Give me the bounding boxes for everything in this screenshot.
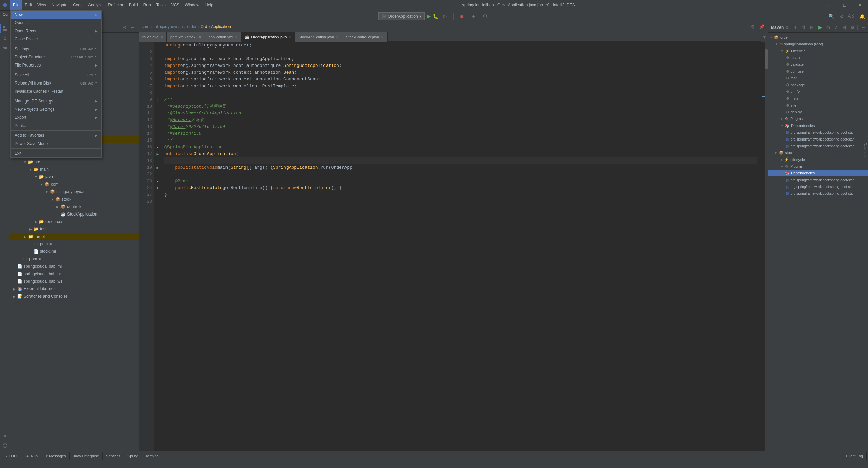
- maven-add-btn[interactable]: +: [792, 24, 799, 31]
- breadcrumb-tuling[interactable]: tulingxuyueyuan: [154, 24, 183, 29]
- settings-btn[interactable]: ⚙: [837, 12, 846, 21]
- run-button[interactable]: ▶: [427, 13, 431, 19]
- tree-node-stock-com[interactable]: ▼ 📦 com: [10, 181, 139, 188]
- gutter-19-run[interactable]: ▶: [154, 164, 161, 171]
- tree-node-stock-java[interactable]: ▼ 📂 java: [10, 173, 139, 181]
- menu-item-new[interactable]: New ▶: [11, 11, 101, 19]
- menu-window[interactable]: Window: [182, 0, 202, 10]
- menu-navigate[interactable]: Navigate: [49, 0, 70, 10]
- tree-node-scratches[interactable]: ▶ 📝 Scratches and Consoles: [10, 293, 139, 300]
- tab-stock-application-close[interactable]: ✕: [336, 35, 339, 39]
- maven-node-plugins-2[interactable]: ▶ 🔌 Plugins: [768, 163, 868, 170]
- sidebar-icon-structure[interactable]: [0, 44, 10, 54]
- rebuild-button[interactable]: [469, 12, 478, 21]
- menu-item-exit[interactable]: Exit: [11, 149, 101, 157]
- tree-node-root-pom[interactable]: m pom.xml: [10, 255, 139, 263]
- tab-event-log[interactable]: Event Log: [843, 452, 867, 460]
- sidebar-label-database[interactable]: Database: [863, 141, 868, 160]
- tree-node-external-libs[interactable]: ▶ 📚 External Libraries: [10, 285, 139, 293]
- tab-terminal[interactable]: Terminal: [142, 452, 163, 460]
- maven-threading-btn[interactable]: ⇶: [841, 24, 848, 31]
- maven-jump-btn[interactable]: ↗: [832, 24, 840, 31]
- maven-link-btn[interactable]: ⇅: [800, 24, 807, 31]
- menu-item-project-structure[interactable]: Project Structure... Ctrl+Alt+Shift+S: [11, 53, 101, 61]
- translate-btn[interactable]: A文: [847, 12, 856, 21]
- tab-dropdown-btn[interactable]: ▾: [761, 32, 768, 42]
- tab-application-yml[interactable]: application.yml ✕: [205, 32, 242, 42]
- maven-node-clean[interactable]: ⚙ clean: [768, 54, 868, 61]
- tree-node-stock-resources[interactable]: ▶ 📂 resources: [10, 218, 139, 225]
- maven-node-dep-2a[interactable]: ▤ org.springframework.boot:spring-boot-s…: [768, 176, 868, 183]
- maven-node-install[interactable]: ⚙ install: [768, 95, 868, 102]
- maven-node-stock[interactable]: ▶ 📦 stock: [768, 149, 868, 156]
- minimize-button[interactable]: ─: [821, 0, 837, 10]
- maven-node-root[interactable]: ▼ m springcloudalibab (root): [768, 41, 868, 48]
- tree-node-springcloudalibab-iws[interactable]: 📄 springcloudalibab.iws: [10, 278, 139, 285]
- sidebar-icon-commit[interactable]: [0, 34, 10, 43]
- maximize-button[interactable]: □: [837, 0, 852, 10]
- menu-code[interactable]: Code: [70, 0, 85, 10]
- menu-view[interactable]: View: [35, 0, 49, 10]
- scrollbar-vertical[interactable]: [765, 42, 768, 451]
- debug-button[interactable]: 🐛: [433, 14, 438, 19]
- gutter-9-fold[interactable]: │: [154, 96, 161, 103]
- tab-spring[interactable]: Spring: [124, 452, 142, 460]
- tree-node-stock-test[interactable]: ▶ 📂 test: [10, 225, 139, 233]
- sidebar-icon-favorites[interactable]: ★: [0, 431, 10, 440]
- maven-node-compile[interactable]: ⚙ compile: [768, 68, 868, 75]
- sync-button[interactable]: [480, 12, 490, 21]
- maven-node-dep-1c[interactable]: ▤ org.springframework.boot:spring-boot-s…: [768, 143, 868, 149]
- stop-button[interactable]: ■: [457, 12, 467, 21]
- gutter-17-run[interactable]: ▶: [154, 151, 161, 157]
- tab-java-enterprise[interactable]: Java Enterprise: [70, 452, 102, 460]
- sidebar-icon-web[interactable]: [0, 441, 10, 450]
- tab-order-application-close[interactable]: ✕: [289, 35, 292, 39]
- menu-item-close-project[interactable]: Close Project: [11, 35, 101, 43]
- maven-node-plugins-1[interactable]: ▶ 🔌 Plugins: [768, 115, 868, 122]
- tab-stock-application[interactable]: StockApplication.java ✕: [295, 32, 343, 42]
- tab-application-yml-close[interactable]: ✕: [235, 35, 238, 39]
- menu-item-open-recent[interactable]: Open Recent ▶: [11, 27, 101, 35]
- breadcrumb-pin-btn[interactable]: 📌: [758, 23, 765, 31]
- notification-btn[interactable]: 🔔: [857, 12, 867, 21]
- menu-run[interactable]: Run: [141, 0, 154, 10]
- menu-analyze[interactable]: Analyze: [85, 0, 105, 10]
- maven-node-deps-2[interactable]: ▼ 📚 Dependencies: [768, 170, 868, 176]
- menu-help[interactable]: Help: [202, 0, 216, 10]
- menu-item-export[interactable]: Export ▶: [11, 113, 101, 121]
- maven-node-order[interactable]: ▼ 📦 order: [768, 34, 868, 41]
- menu-item-reload[interactable]: Reload All from Disk Ctrl+Alt+Y: [11, 79, 101, 87]
- maven-node-site[interactable]: ⚙ site: [768, 102, 868, 109]
- maven-node-deps-1[interactable]: ▼ 📚 Dependencies: [768, 122, 868, 129]
- tab-roller-close[interactable]: ✕: [160, 35, 163, 39]
- menu-item-manage-ide[interactable]: Manage IDE Settings ▶: [11, 97, 101, 105]
- menu-item-power-save[interactable]: Power Save Mode: [11, 139, 101, 148]
- tree-node-stock-src[interactable]: ▼ 📂 src: [10, 158, 139, 166]
- maven-node-test[interactable]: ⚙ test: [768, 75, 868, 81]
- maven-node-dep-2c[interactable]: ▤ org.springframework.boot:spring-boot-s…: [768, 190, 868, 197]
- tab-messages[interactable]: 0: Messages: [41, 452, 70, 460]
- maven-node-verify[interactable]: ⚙ verify: [768, 88, 868, 95]
- run-config-selector[interactable]: OrderApplication ▾: [378, 12, 424, 20]
- tab-stock-controller[interactable]: StockController.java ✕: [342, 32, 388, 42]
- maven-hide-btn[interactable]: ━: [859, 24, 867, 31]
- search-everywhere-btn[interactable]: 🔍: [827, 12, 836, 21]
- maven-node-dep-1b[interactable]: ▤ org.springframework.boot:spring-boot-s…: [768, 136, 868, 143]
- breadcrumb-class[interactable]: OrderApplication: [200, 24, 231, 29]
- project-settings-btn[interactable]: ⚙: [121, 24, 129, 31]
- menu-item-save-all[interactable]: Save All Ctrl+S: [11, 71, 101, 79]
- menu-item-file-properties[interactable]: File Properties ▶: [11, 61, 101, 69]
- tree-node-springcloudalibab-iml[interactable]: 📄 springcloudalibab.iml: [10, 263, 139, 270]
- tree-node-stock-pkg[interactable]: ▼ 📦 stock: [10, 195, 139, 203]
- maven-run-btn[interactable]: ▶: [816, 24, 824, 31]
- menu-item-settings[interactable]: Settings... Ctrl+Alt+S: [11, 45, 101, 53]
- menu-vcs[interactable]: VCS: [169, 0, 182, 10]
- scrollbar-thumb[interactable]: [765, 49, 768, 69]
- tab-order-application[interactable]: ☕ OrderApplication.java ✕: [241, 32, 295, 42]
- menu-item-add-to-favorites[interactable]: Add to Favorites ▶: [11, 131, 101, 139]
- tree-node-stock-pom[interactable]: m pom.xml: [10, 240, 139, 248]
- maven-refresh-btn[interactable]: ⟳: [784, 24, 791, 31]
- maven-node-lifecycle-1[interactable]: ▼ ⚡ Lifecycle: [768, 48, 868, 54]
- maven-node-dep-1a[interactable]: ▤ org.springframework.boot:spring-boot-s…: [768, 129, 868, 136]
- maven-node-deploy[interactable]: ⚙ deploy: [768, 109, 868, 115]
